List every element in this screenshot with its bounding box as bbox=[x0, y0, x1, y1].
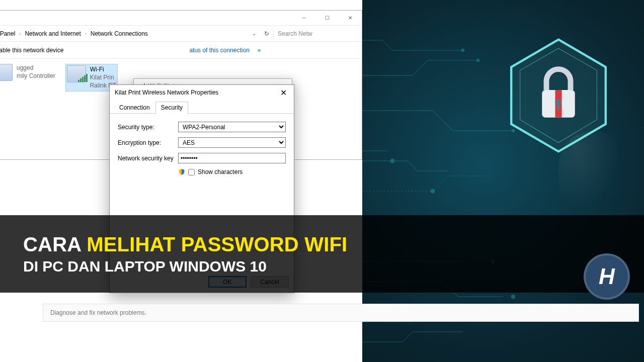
svg-point-1 bbox=[476, 59, 479, 62]
breadcrumb-item[interactable]: Network Connections bbox=[88, 30, 151, 37]
wifi-signal-icon bbox=[78, 74, 88, 82]
show-characters-label: Show characters bbox=[198, 168, 243, 175]
explorer-titlebar: ─ ☐ ✕ bbox=[0, 11, 362, 26]
title-prefix: CARA bbox=[23, 233, 87, 255]
ethernet-icon bbox=[0, 64, 13, 81]
command-bar: Disable this network device atus of this… bbox=[0, 42, 362, 59]
tab-connection[interactable]: Connection bbox=[114, 102, 155, 114]
logo-letter: H bbox=[599, 264, 615, 289]
network-key-input[interactable] bbox=[178, 153, 286, 163]
channel-logo: H bbox=[584, 253, 630, 300]
minimize-button[interactable]: ─ bbox=[292, 11, 315, 25]
chevron-right-icon: › bbox=[84, 31, 88, 36]
refresh-icon[interactable]: ↻ bbox=[260, 30, 273, 37]
maximize-button[interactable]: ☐ bbox=[315, 11, 339, 25]
tab-strip: Connection Security bbox=[110, 100, 294, 114]
title-subline: DI PC DAN LAPTOP WINDOWS 10 bbox=[23, 258, 644, 275]
address-bar[interactable]: rol Panel› Network and Internet› Network… bbox=[0, 26, 362, 42]
search-input[interactable]: Search Netw bbox=[273, 28, 359, 39]
view-status-button[interactable]: atus of this connection bbox=[184, 47, 254, 54]
close-icon[interactable]: ✕ bbox=[278, 88, 289, 98]
security-type-select[interactable]: WPA2-Personal bbox=[178, 122, 286, 132]
title-highlight: MELIHAT PASSWORD WIFI bbox=[87, 233, 347, 255]
adapter-ethernet[interactable]: ugged mily Controller bbox=[0, 64, 55, 92]
svg-point-3 bbox=[390, 159, 394, 163]
svg-point-0 bbox=[461, 49, 464, 52]
network-key-label: Network security key bbox=[118, 155, 178, 162]
tab-security[interactable]: Security bbox=[155, 102, 188, 114]
encryption-type-label: Encryption type: bbox=[118, 139, 178, 146]
close-button[interactable]: ✕ bbox=[339, 11, 362, 25]
video-title-overlay: CARA MELIHAT PASSWORD WIFI DI PC DAN LAP… bbox=[0, 215, 644, 293]
wifi-adapter-icon bbox=[67, 65, 86, 82]
show-characters-checkbox[interactable] bbox=[188, 169, 195, 175]
finger-silhouette bbox=[558, 131, 629, 221]
breadcrumb-item[interactable]: rol Panel bbox=[0, 30, 18, 37]
troubleshoot-panel[interactable]: Diagnose and fix network problems. bbox=[43, 304, 639, 322]
svg-rect-15 bbox=[557, 102, 560, 110]
uac-shield-icon bbox=[178, 168, 185, 175]
security-type-label: Security type: bbox=[118, 124, 178, 131]
more-commands-button[interactable]: » bbox=[255, 47, 264, 54]
breadcrumb-item[interactable]: Network and Internet bbox=[22, 30, 84, 37]
svg-point-6 bbox=[511, 295, 515, 299]
dialog-title: Kilat Print Wireless Network Properties bbox=[115, 89, 218, 96]
chevron-right-icon: › bbox=[18, 31, 22, 36]
address-dropdown-icon[interactable]: ⌄ bbox=[248, 31, 260, 36]
svg-point-4 bbox=[431, 189, 435, 193]
encryption-type-select[interactable]: AES bbox=[178, 137, 286, 148]
disable-device-button[interactable]: Disable this network device bbox=[0, 47, 68, 54]
